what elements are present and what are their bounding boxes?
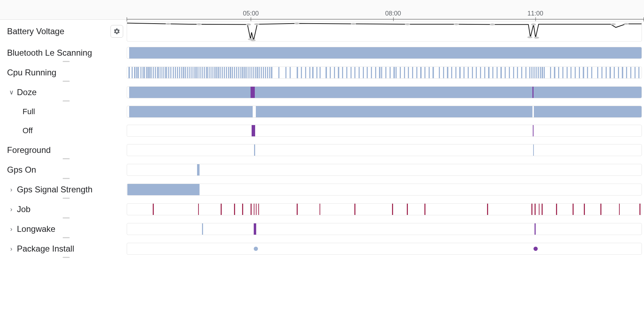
- chevron-right-icon[interactable]: ›: [6, 186, 17, 193]
- track-doze[interactable]: [127, 86, 642, 98]
- chevron-down-icon[interactable]: ∨: [6, 88, 17, 96]
- svg-point-4: [251, 39, 256, 41]
- drag-handle-icon[interactable]: [63, 198, 70, 199]
- row-doze-full[interactable]: Full: [0, 102, 644, 121]
- svg-point-0: [166, 23, 171, 25]
- drag-handle-icon[interactable]: [63, 237, 70, 238]
- track-battery-voltage[interactable]: [127, 21, 642, 42]
- time-tick: 05:00: [243, 10, 259, 19]
- row-label-doze-off: Off: [23, 126, 33, 135]
- track-foreground[interactable]: [127, 144, 642, 156]
- svg-point-1: [196, 23, 202, 25]
- drag-handle-icon[interactable]: [63, 178, 70, 179]
- row-doze-off[interactable]: Off: [0, 121, 644, 140]
- drag-handle-icon[interactable]: [63, 158, 70, 159]
- svg-point-14: [611, 23, 616, 25]
- svg-point-8: [405, 23, 410, 25]
- row-package-install[interactable]: ›Package Install: [0, 239, 644, 259]
- row-gps-on[interactable]: Gps On: [0, 160, 644, 180]
- gear-icon[interactable]: [111, 25, 123, 38]
- drag-handle-icon[interactable]: [63, 100, 70, 101]
- chevron-right-icon[interactable]: ›: [6, 226, 17, 233]
- drag-handle-icon[interactable]: [63, 257, 70, 258]
- svg-point-11: [527, 36, 532, 38]
- svg-point-6: [294, 23, 299, 25]
- row-label-doze: Doze: [17, 87, 37, 97]
- row-label-longwake: Longwake: [17, 224, 55, 234]
- time-tick: 08:00: [385, 10, 401, 19]
- row-label-battery-voltage: Battery Voltage: [7, 26, 64, 36]
- row-label-gps-signal: Gps Signal Strength: [17, 185, 93, 194]
- drag-handle-icon[interactable]: [63, 61, 70, 62]
- track-doze-off[interactable]: [127, 125, 642, 137]
- svg-point-10: [490, 24, 495, 26]
- chevron-right-icon[interactable]: ›: [6, 206, 17, 213]
- row-ble-scanning[interactable]: Bluetooth Le Scanning: [0, 43, 644, 63]
- drag-handle-icon[interactable]: [63, 217, 70, 218]
- svg-point-5: [254, 23, 259, 25]
- row-label-doze-full: Full: [23, 107, 35, 116]
- row-label-ble: Bluetooth Le Scanning: [7, 48, 92, 58]
- track-ble-scanning[interactable]: [127, 47, 642, 59]
- track-doze-full[interactable]: [127, 106, 642, 118]
- svg-point-2: [246, 24, 251, 26]
- row-label-cpu: Cpu Running: [7, 68, 56, 78]
- drag-handle-icon[interactable]: [63, 81, 70, 82]
- svg-point-13: [534, 37, 539, 39]
- track-cpu-running[interactable]: [127, 67, 642, 79]
- row-label-foreground: Foreground: [7, 145, 51, 155]
- row-doze[interactable]: ∨Doze: [0, 82, 644, 102]
- chevron-right-icon[interactable]: ›: [6, 245, 17, 253]
- row-label-gps-on: Gps On: [7, 165, 36, 175]
- track-job[interactable]: [127, 203, 642, 215]
- time-tick: 11:00: [528, 10, 543, 19]
- row-cpu-running[interactable]: Cpu Running: [0, 63, 644, 82]
- timeline-ruler[interactable]: 05:0008:0011:00: [0, 0, 644, 20]
- track-longwake[interactable]: [127, 223, 642, 235]
- svg-point-9: [454, 23, 459, 25]
- svg-point-12: [531, 24, 536, 26]
- row-gps-signal[interactable]: ›Gps Signal Strength: [0, 180, 644, 199]
- track-gps-on[interactable]: [127, 164, 642, 176]
- svg-point-7: [351, 23, 356, 25]
- track-gps-signal[interactable]: [127, 184, 642, 196]
- row-job[interactable]: ›Job: [0, 199, 644, 219]
- row-label-package-install: Package Install: [17, 244, 74, 254]
- row-longwake[interactable]: ›Longwake: [0, 219, 644, 239]
- row-foreground[interactable]: Foreground: [0, 140, 644, 160]
- row-battery-voltage[interactable]: Battery Voltage: [0, 20, 644, 43]
- svg-point-15: [624, 23, 629, 25]
- row-label-job: Job: [17, 204, 31, 214]
- track-package-install[interactable]: [127, 243, 642, 255]
